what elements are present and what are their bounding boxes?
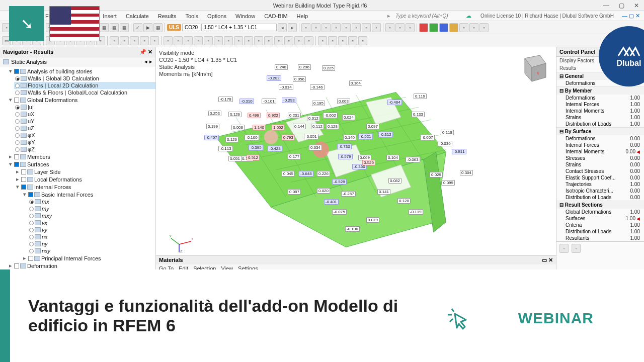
run-icon[interactable]: ▶ — [143, 23, 152, 32]
tree-basic-if[interactable]: Basic Internal Forces — [41, 192, 93, 198]
tool-ylw[interactable] — [449, 23, 458, 32]
next-co-icon[interactable]: ▸ — [288, 23, 297, 32]
tool-n[interactable]: ▫ — [479, 23, 489, 32]
analysis-mode[interactable]: Static Analysis — [11, 59, 47, 65]
tool-d[interactable]: ▫ — [332, 23, 341, 32]
t2j[interactable]: ▫ — [110, 36, 119, 45]
prev-co-icon[interactable]: ◂ — [278, 23, 287, 32]
cp-row[interactable]: Resultants1.00 — [556, 235, 644, 241]
cp-row[interactable]: Internal Moments0.00◀ — [556, 148, 644, 155]
tool-j[interactable]: ▫ — [395, 23, 405, 32]
tree-bif-4[interactable]: vy — [42, 227, 47, 233]
t2s[interactable]: ▫ — [204, 36, 213, 45]
calc-icon[interactable]: ▦ — [110, 23, 119, 32]
t2q[interactable]: ▫ — [184, 36, 193, 45]
keyword-search[interactable] — [395, 13, 461, 19]
cp-row[interactable]: Surfaces1.00◀ — [556, 215, 644, 222]
cp-row[interactable]: Internal Forces1.00 — [556, 101, 644, 108]
cp-group[interactable]: ⊟ By Surface — [556, 127, 644, 135]
tool-g[interactable]: ▫ — [362, 23, 371, 32]
tree-local-def[interactable]: Local Deformations — [34, 176, 82, 183]
co-expr[interactable]: 1.50 * LC4 + 1.35 * LC1 — [201, 24, 277, 31]
tree-bif-3[interactable]: vx — [42, 220, 47, 226]
us-flag-icon[interactable] — [49, 6, 100, 41]
cp-row[interactable]: Distribution of Loads0.00 — [556, 194, 644, 201]
cp-row[interactable]: Strains1.00 — [556, 114, 644, 121]
menu-insert[interactable]: Insert — [99, 12, 121, 20]
nav-pin-icon[interactable]: 📌 ✕ — [139, 49, 152, 55]
t2af[interactable]: ▫ — [338, 36, 347, 45]
tree-root[interactable]: Analysis of building stories — [27, 68, 93, 74]
menu-tools[interactable]: Tools — [181, 12, 202, 20]
cp-row[interactable]: Global Deformations1.00 — [556, 209, 644, 215]
corner-arrow-icon[interactable]: ➘ — [9, 6, 44, 41]
tree-princ-if[interactable]: Principal Internal Forces — [41, 255, 101, 261]
nav-prev-icon[interactable]: ◂ — [144, 58, 147, 65]
tool-green[interactable] — [429, 23, 438, 32]
cp-row[interactable]: Deformations0.00 — [556, 135, 644, 142]
tool-red[interactable] — [419, 23, 428, 32]
menu-help[interactable]: Help — [293, 12, 312, 20]
tool-a[interactable]: ▫ — [301, 23, 310, 32]
t2ab[interactable]: ▫ — [294, 36, 303, 45]
cp-row[interactable]: Stresses0.00 — [556, 155, 644, 161]
cp-row[interactable]: Trajectories1.00 — [556, 181, 644, 188]
t2ae[interactable]: ▫ — [328, 36, 337, 45]
tool-b[interactable]: ▫ — [311, 23, 320, 32]
cp-row[interactable]: Contact Stresses0.00 — [556, 168, 644, 174]
menu-options[interactable]: Options — [203, 12, 230, 20]
t2v[interactable]: ▫ — [234, 36, 243, 45]
cp-group[interactable]: ⊟ By Member — [556, 86, 644, 95]
menu-window[interactable]: Window — [231, 12, 259, 20]
t2ac[interactable]: ▫ — [304, 36, 313, 45]
maximize-icon[interactable]: ▢ — [614, 2, 629, 9]
materials-close-icon[interactable]: ▭ ✕ — [542, 257, 553, 263]
print-icon[interactable]: ▦ — [120, 23, 129, 32]
tree-gd-0[interactable]: |u| — [28, 104, 34, 110]
tree-bif-0[interactable]: mx — [42, 199, 49, 205]
t2u[interactable]: ▫ — [224, 36, 233, 45]
t2aa[interactable]: ▫ — [284, 36, 293, 45]
tree-internal-forces[interactable]: Internal Forces — [34, 184, 71, 190]
cp-reset-icon[interactable]: ▫ — [572, 244, 581, 253]
tool-c[interactable]: ▫ — [321, 23, 331, 32]
t2ah[interactable]: ▫ — [358, 36, 367, 45]
cp-row[interactable]: Strains0.00 — [556, 161, 644, 168]
cp-row[interactable]: Criteria1.00 — [556, 222, 644, 228]
t2x[interactable]: ▫ — [254, 36, 263, 45]
tree-floors-2d[interactable]: Floors | Local 2D Calculation — [28, 82, 98, 88]
cp-row[interactable]: Distribution of Loads1.00 — [556, 228, 644, 235]
cfg-icon[interactable]: ▦ — [153, 23, 163, 32]
t2t[interactable]: ▫ — [214, 36, 223, 45]
t2n[interactable]: ▫ — [150, 36, 159, 45]
tool-m[interactable]: ▫ — [469, 23, 478, 32]
t2o[interactable]: ▫ — [164, 36, 173, 45]
cp-row[interactable]: Internal Forces0.00 — [556, 142, 644, 148]
tree-walls-3d[interactable]: Walls | Global 3D Calculation — [28, 75, 99, 81]
tool-blue[interactable] — [439, 23, 448, 32]
tree-bif-1[interactable]: my — [42, 206, 49, 212]
nav-next-icon[interactable]: ▸ — [149, 58, 152, 65]
tree-deformation[interactable]: Deformation — [27, 263, 57, 269]
t2ag[interactable]: ▫ — [348, 36, 357, 45]
tree-gd-4[interactable]: φX — [28, 132, 35, 138]
tree-bif-2[interactable]: mxy — [42, 213, 52, 219]
cp-row[interactable]: Isotropic Characteri...0.00 — [556, 188, 644, 194]
t2y[interactable]: ▫ — [264, 36, 273, 45]
menu-cadbim[interactable]: CAD-BIM — [260, 12, 291, 20]
t2z[interactable]: ▫ — [274, 36, 283, 45]
t2m[interactable]: ▫ — [140, 36, 149, 45]
tree-bif-6[interactable]: ny — [42, 241, 48, 247]
tool-e[interactable]: ▫ — [342, 23, 351, 32]
cp-group[interactable]: ⊟ Result Sections — [556, 201, 644, 209]
tree-walls-floors[interactable]: Walls & Floors | Global/Local Calculatio… — [28, 89, 127, 96]
tool-h[interactable]: ▫ — [372, 23, 381, 32]
view3-icon[interactable]: ▦ — [100, 23, 109, 32]
t2r[interactable]: ▫ — [194, 36, 203, 45]
results-tree[interactable]: ▾Analysis of building stories Walls | Gl… — [0, 66, 155, 282]
tool-l[interactable]: ▫ — [459, 23, 468, 32]
check-icon[interactable]: ✓ — [133, 23, 142, 32]
t2w[interactable]: ▫ — [244, 36, 253, 45]
tree-surfaces[interactable]: Surfaces — [27, 161, 49, 167]
tool-k[interactable]: ▫ — [406, 23, 415, 32]
